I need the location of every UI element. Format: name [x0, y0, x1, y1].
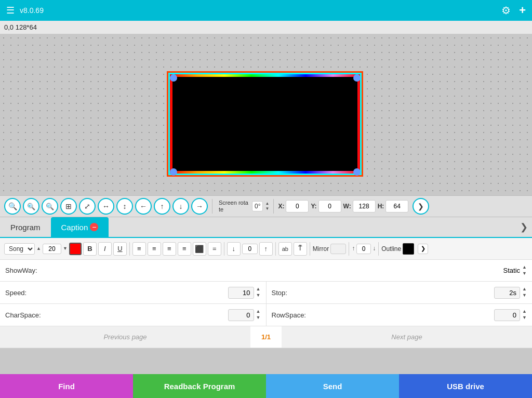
more-btn[interactable]: ❯: [413, 198, 429, 215]
move-h-btn[interactable]: ↔: [98, 198, 114, 215]
move-up-btn[interactable]: ↑: [154, 198, 170, 215]
y-coord-group: Y:: [311, 200, 341, 213]
fmt-divider-2: [224, 242, 224, 256]
showway-spinner[interactable]: ▲▼: [522, 264, 527, 276]
tab-program[interactable]: Program: [0, 217, 51, 237]
settings-icon[interactable]: ⚙: [501, 4, 511, 17]
x-coord-group: X:: [278, 200, 309, 213]
tab-close-btn[interactable]: −: [90, 223, 98, 231]
bold-btn[interactable]: B: [83, 242, 97, 256]
zoom-fit-btn[interactable]: 🔍−: [42, 198, 58, 215]
grid-btn[interactable]: ⊞: [60, 198, 77, 215]
italic-btn[interactable]: I: [98, 242, 112, 256]
format-toolbar: Song ▲ ▼ B I U ≡ ≡ ≡ ≡ ⬛ = ↓ ↑ ab: [0, 238, 532, 260]
text-style-btn[interactable]: T̃: [294, 242, 307, 256]
align-6-btn[interactable]: =: [208, 242, 221, 256]
rotate-group: Screen rota te 0° ▲▼: [219, 200, 269, 213]
x-input[interactable]: [286, 200, 309, 213]
spacing-val-input[interactable]: [356, 244, 371, 254]
down-value-input[interactable]: [242, 244, 258, 254]
rowspace-spinner[interactable]: ▲▼: [522, 309, 527, 321]
move-up-text-icon: ↑: [264, 245, 268, 253]
fullscreen-btn[interactable]: ⤢: [79, 198, 96, 215]
w-coord-group: W:: [343, 200, 376, 213]
speed-input[interactable]: [228, 287, 254, 299]
rowspace-cell: RowSpace: ▲▼: [267, 304, 533, 326]
toolbar-divider-1: [212, 199, 212, 214]
font-size-input[interactable]: [43, 244, 61, 254]
align-full-btn[interactable]: ≡: [178, 242, 191, 256]
title-bar-right: ⚙ +: [501, 4, 526, 17]
align-full-icon: ≡: [182, 245, 187, 253]
spacing-up-btn[interactable]: ↑: [352, 245, 355, 252]
h-input[interactable]: [385, 200, 408, 213]
align-right-btn[interactable]: ≡: [163, 242, 176, 256]
italic-icon: I: [104, 245, 106, 253]
handle-top-right[interactable]: [353, 74, 361, 82]
color-picker-btn[interactable]: [69, 243, 82, 255]
move-up-icon: ↑: [161, 202, 164, 210]
align-center-btn[interactable]: ≡: [148, 242, 161, 256]
menu-icon[interactable]: ☰: [6, 5, 15, 16]
add-icon[interactable]: +: [519, 4, 526, 17]
spacing-down-btn[interactable]: ↓: [373, 245, 376, 252]
speed-spinner[interactable]: ▲▼: [256, 286, 261, 298]
align-left-btn[interactable]: ≡: [132, 242, 146, 256]
handle-top-left[interactable]: [170, 74, 177, 82]
spacing-up-icon: ↑: [352, 245, 355, 252]
word-spacing-btn[interactable]: ab: [278, 242, 292, 256]
format-more-btn[interactable]: ❯: [418, 244, 428, 254]
rotate-label: Screen rota te: [219, 200, 250, 213]
move-down-icon: ↓: [179, 202, 183, 210]
send-btn[interactable]: Send: [266, 374, 399, 398]
zoom-out-btn[interactable]: 🔍: [4, 198, 21, 215]
move-h-icon: ↔: [102, 202, 110, 210]
move-down-btn[interactable]: ↓: [172, 198, 189, 215]
y-input[interactable]: [318, 200, 341, 213]
move-up-text-btn[interactable]: ↑: [259, 242, 273, 256]
text-style-icon: T̃: [298, 245, 302, 253]
rotate-spinner[interactable]: ▲▼: [265, 201, 269, 211]
move-down-text-btn[interactable]: ↓: [227, 242, 241, 256]
stop-label: Stop:: [272, 289, 318, 297]
charspace-value-group: ▲▼: [228, 309, 261, 321]
move-v-icon: ↕: [123, 202, 127, 210]
font-family-select[interactable]: Song: [4, 243, 35, 255]
zoom-in-btn[interactable]: 🔍+: [23, 198, 39, 215]
rowspace-input[interactable]: [494, 309, 520, 321]
tab-caption[interactable]: Caption −: [51, 217, 109, 237]
spacing-down-icon: ↓: [373, 245, 376, 252]
move-v-btn[interactable]: ↕: [116, 198, 133, 215]
align-center-icon: ≡: [152, 245, 156, 253]
fullscreen-icon: ⤢: [84, 202, 90, 210]
fmt-divider-5: [349, 242, 349, 256]
font-spinner-down[interactable]: ▼: [63, 246, 68, 251]
prev-page-btn[interactable]: Previous page: [0, 326, 250, 348]
usb-btn[interactable]: USB drive: [399, 374, 532, 398]
underline-btn[interactable]: U: [113, 242, 127, 256]
grid-icon: ⊞: [65, 202, 72, 210]
next-page-btn[interactable]: Next page: [282, 326, 532, 348]
tab-nav-right[interactable]: ❯: [520, 221, 528, 233]
charspace-cell: CharSpace: ▲▼: [0, 304, 267, 326]
handle-bottom-left[interactable]: [170, 168, 177, 176]
prev-frame-btn[interactable]: ←: [135, 198, 152, 215]
font-spinner-up[interactable]: ▲: [36, 246, 41, 251]
mirror-input[interactable]: [330, 244, 346, 254]
find-btn[interactable]: Find: [0, 374, 133, 398]
readback-btn[interactable]: Readback Program: [133, 374, 266, 398]
coords-bar: 0,0 128*64: [0, 21, 532, 34]
outline-color-btn[interactable]: [403, 243, 414, 255]
charspace-input[interactable]: [228, 309, 254, 321]
charspace-label: CharSpace:: [5, 311, 52, 319]
next-frame-btn[interactable]: →: [191, 198, 208, 215]
showway-row: ShowWay: Static ▲▼: [0, 260, 532, 282]
w-input[interactable]: [353, 200, 376, 213]
handle-bottom-right[interactable]: [353, 168, 361, 176]
stop-input[interactable]: [494, 287, 520, 299]
align-5-icon: ⬛: [195, 245, 204, 253]
stop-spinner[interactable]: ▲▼: [522, 286, 527, 298]
align-5-btn[interactable]: ⬛: [193, 242, 206, 256]
h-coord-group: H:: [378, 200, 409, 213]
charspace-spinner[interactable]: ▲▼: [256, 309, 261, 321]
